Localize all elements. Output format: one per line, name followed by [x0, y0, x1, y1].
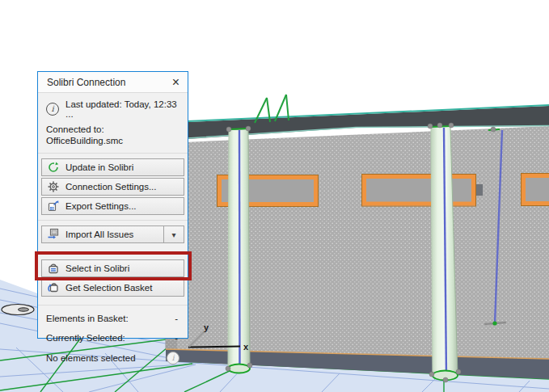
import-all-issues-button[interactable]: Import All Issues [42, 226, 163, 242]
palette-title-bar: Solibri Connection × [38, 72, 188, 93]
application-window: y x Solibri Connection × i Last updated:… [0, 0, 549, 392]
export-document-icon [47, 200, 60, 213]
connected-to-label: Connected to: [46, 124, 179, 135]
import-issues-icon [47, 227, 60, 242]
export-settings-button[interactable]: Export Settings... [41, 197, 184, 215]
select-in-solibri-button[interactable]: Select in Solibri [41, 259, 184, 277]
close-icon[interactable]: × [171, 76, 181, 89]
last-updated-row: i Last updated: Today, 12:33 ... [38, 93, 188, 121]
button-label: Get Selection Basket [65, 283, 152, 293]
get-selection-basket-button[interactable]: Get Selection Basket [41, 279, 184, 297]
elements-in-basket-value: - [175, 314, 179, 323]
button-label: Export Settings... [65, 201, 137, 211]
elements-in-basket-row: Elements in Basket: - [46, 309, 179, 328]
button-label: Select in Solibri [65, 263, 129, 273]
palette-title: Solibri Connection [47, 77, 125, 88]
update-in-solibri-button[interactable]: Update in Solibri [41, 158, 184, 176]
footer-note: No elements selected [46, 353, 136, 363]
info-icon: i [46, 103, 59, 116]
connection-settings-button[interactable]: Connection Settings... [41, 178, 184, 196]
import-all-issues-split-button: Import All Issues ▾ [41, 226, 184, 243]
currently-selected-row: Currently Selected: - [46, 328, 179, 348]
refresh-circle-icon [47, 161, 60, 174]
basket-arrow-icon [47, 281, 60, 294]
button-label: Update in Solibri [65, 162, 133, 172]
axis-x-label: x [243, 342, 249, 352]
currently-selected-value: - [175, 333, 179, 343]
axis-y-label: y [204, 322, 209, 332]
chevron-down-icon[interactable]: ▾ [163, 226, 184, 242]
disc-object[interactable] [2, 305, 34, 315]
gear-icon [47, 180, 60, 193]
footer-row: No elements selected i [46, 348, 179, 369]
last-updated-text: Last updated: Today, 12:33 ... [65, 99, 179, 119]
basket-icon [47, 262, 60, 275]
column-1[interactable] [228, 129, 250, 373]
button-label: Connection Settings... [65, 182, 157, 192]
currently-selected-label: Currently Selected: [46, 333, 125, 343]
button-label: Import All Issues [65, 230, 133, 239]
connected-file-name: OfficeBuilding.smc [46, 135, 179, 146]
elements-in-basket-label: Elements in Basket: [46, 314, 129, 323]
connected-block: Connected to: OfficeBuilding.smc [38, 121, 188, 154]
solibri-connection-palette: Solibri Connection × i Last updated: Tod… [37, 71, 188, 339]
footer-info-icon[interactable]: i [167, 352, 179, 365]
